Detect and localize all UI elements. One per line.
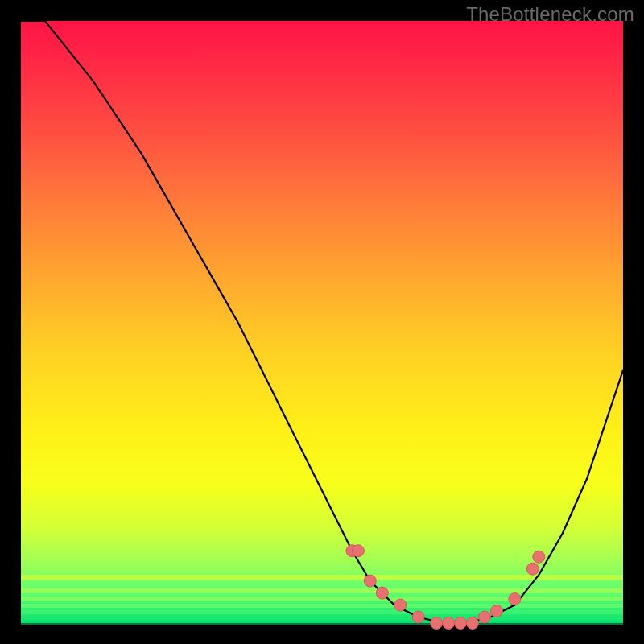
data-marker (431, 617, 443, 630)
data-marker (394, 599, 407, 611)
outer-frame: TheBottleneck.com (0, 0, 644, 644)
data-marker (490, 605, 502, 617)
data-marker (443, 617, 455, 630)
data-marker (479, 611, 491, 623)
data-marker (509, 593, 521, 605)
data-marker (364, 575, 376, 587)
data-marker (455, 617, 467, 630)
watermark-text: TheBottleneck.com (466, 3, 634, 26)
data-marker (352, 545, 364, 557)
data-marker (376, 587, 388, 599)
data-marker (412, 611, 424, 623)
data-marker (533, 551, 545, 563)
chart-svg (21, 21, 623, 623)
bottleneck-curve (21, 21, 623, 623)
plot-area (21, 21, 623, 623)
data-marker (526, 563, 539, 575)
data-marker (467, 617, 479, 630)
